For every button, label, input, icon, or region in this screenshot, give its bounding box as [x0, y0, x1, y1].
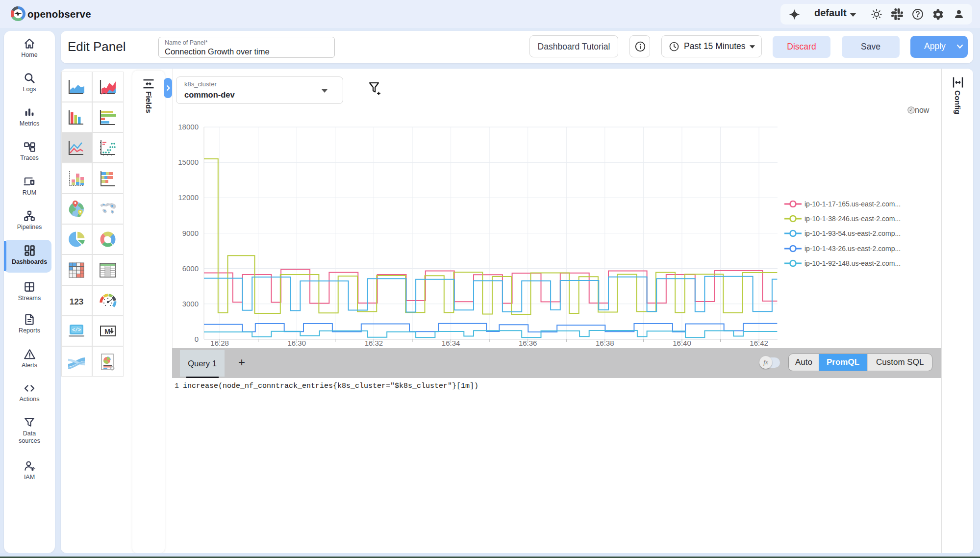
- svg-text:18000: 18000: [178, 123, 199, 131]
- svg-text:123: 123: [70, 297, 83, 306]
- svg-text:16:36: 16:36: [519, 339, 537, 347]
- svg-text:16:38: 16:38: [596, 339, 614, 347]
- svg-text:</>: </>: [72, 328, 81, 333]
- svg-text:16:40: 16:40: [673, 339, 691, 347]
- svg-text:12000: 12000: [178, 193, 199, 202]
- svg-text:16:42: 16:42: [750, 339, 768, 347]
- svg-text:16:32: 16:32: [365, 339, 383, 347]
- svg-text:3000: 3000: [182, 300, 199, 308]
- svg-text:0: 0: [195, 335, 199, 343]
- svg-text:M: M: [104, 328, 110, 335]
- svg-text:16:28: 16:28: [210, 339, 229, 347]
- svg-text:16:34: 16:34: [442, 339, 460, 347]
- svg-text:15000: 15000: [178, 158, 199, 166]
- svg-text:9000: 9000: [182, 229, 199, 237]
- svg-text:16:30: 16:30: [288, 339, 306, 347]
- svg-text:6000: 6000: [182, 264, 199, 273]
